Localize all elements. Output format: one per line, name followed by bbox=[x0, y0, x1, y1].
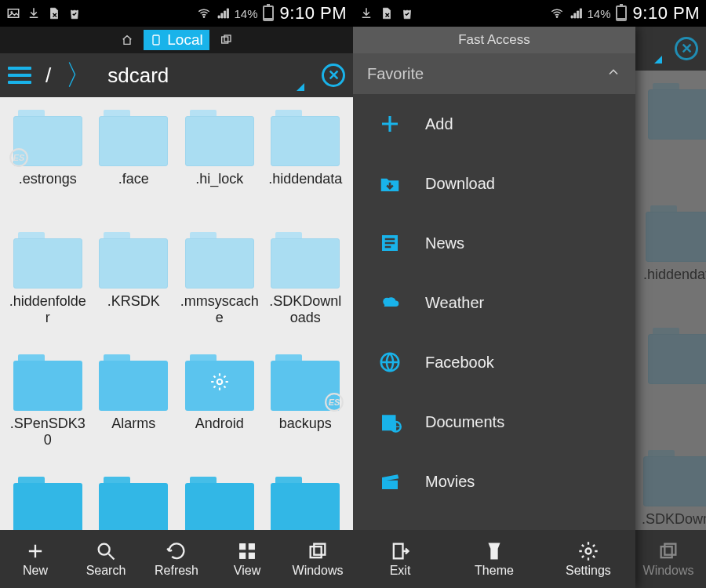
svg-rect-12 bbox=[240, 544, 246, 550]
folder-item bbox=[648, 78, 706, 196]
fast-access-add[interactable]: Add bbox=[353, 94, 635, 154]
folder-item[interactable]: .mmsyscache bbox=[176, 227, 263, 345]
shopping-icon bbox=[400, 6, 414, 20]
menu-icon[interactable] bbox=[8, 67, 31, 84]
drawer-title: Fast Access bbox=[353, 27, 635, 53]
pane-right: 14% 9:10 PM ✕ .hiddendata.SDKDownloadsES… bbox=[353, 0, 706, 588]
signal-icon bbox=[216, 6, 230, 20]
signal-icon bbox=[569, 6, 583, 20]
exit-button[interactable]: Exit bbox=[353, 530, 447, 588]
dropdown-icon[interactable] bbox=[297, 83, 304, 91]
globe-icon bbox=[377, 349, 403, 376]
svg-rect-17 bbox=[314, 544, 325, 555]
windows-button[interactable]: Windows bbox=[282, 530, 353, 588]
svg-point-8 bbox=[217, 379, 223, 385]
dropdown-icon bbox=[654, 56, 662, 64]
toolbar-label: Search bbox=[86, 564, 126, 578]
toolbar-label: Windows bbox=[293, 564, 344, 578]
svg-rect-28 bbox=[382, 481, 398, 489]
svg-text:ES: ES bbox=[329, 397, 340, 407]
folder-item[interactable]: ESbackups bbox=[263, 350, 349, 467]
image-icon bbox=[6, 6, 20, 20]
fast-access-download[interactable]: Download bbox=[353, 154, 635, 213]
folder-item[interactable] bbox=[263, 472, 349, 530]
folder-item[interactable]: .face bbox=[91, 105, 177, 223]
fast-access-label: Documents bbox=[425, 413, 504, 431]
windows-button: Windows bbox=[637, 530, 700, 588]
view-button[interactable]: View bbox=[212, 530, 282, 588]
folder-item[interactable]: .hiddenfolder bbox=[5, 227, 91, 345]
fast-access-news[interactable]: News bbox=[353, 213, 635, 273]
path-root[interactable]: / bbox=[45, 64, 51, 88]
folder-item[interactable] bbox=[176, 472, 263, 530]
folder-item[interactable]: .SPenSDK30 bbox=[5, 350, 91, 467]
battery-percent: 14% bbox=[235, 7, 258, 20]
chevron-right-icon: 〉 bbox=[65, 56, 93, 95]
settings-button[interactable]: Settings bbox=[541, 530, 635, 588]
battery-icon bbox=[616, 5, 627, 21]
fast-access-label: Weather bbox=[425, 294, 484, 312]
download-icon bbox=[27, 6, 41, 20]
svg-point-11 bbox=[99, 544, 110, 555]
svg-rect-16 bbox=[311, 546, 322, 557]
battery-icon bbox=[263, 5, 274, 21]
folder-item[interactable]: .hiddendata bbox=[263, 105, 349, 223]
refresh-button[interactable]: Refresh bbox=[141, 530, 212, 588]
new-button[interactable]: New bbox=[0, 530, 71, 588]
folder-item[interactable]: .KRSDK bbox=[91, 227, 177, 345]
fast-access-weather[interactable]: Weather bbox=[353, 273, 635, 332]
close-icon: ✕ bbox=[675, 37, 698, 60]
theme-button[interactable]: Theme bbox=[447, 530, 541, 588]
status-bar: 14% 9:10 PM bbox=[353, 0, 706, 27]
folder-item[interactable] bbox=[5, 472, 91, 530]
folder-item[interactable]: ES.estrongs bbox=[5, 105, 91, 223]
weather-icon bbox=[377, 289, 403, 316]
toolbar-label: Exit bbox=[390, 564, 411, 578]
folder-item[interactable]: Alarms bbox=[91, 350, 177, 467]
folder-item[interactable]: .hi_lock bbox=[176, 105, 263, 223]
folder-label: Alarms bbox=[111, 416, 155, 432]
fast-access-label: Facebook bbox=[425, 354, 494, 372]
pane-left: 14% 9:10 PM Local / 〉 sdcard ✕ E bbox=[0, 0, 353, 588]
movies-icon bbox=[377, 468, 403, 495]
folder-item[interactable] bbox=[91, 472, 177, 530]
toolbar-label: Settings bbox=[566, 564, 611, 578]
home-icon[interactable] bbox=[118, 31, 136, 49]
folder-label: .face bbox=[118, 171, 149, 187]
fast-access-label: Download bbox=[425, 175, 495, 193]
svg-rect-13 bbox=[249, 544, 254, 550]
toolbar-label: Theme bbox=[475, 564, 514, 578]
close-icon[interactable]: ✕ bbox=[322, 64, 345, 87]
folder-item bbox=[648, 323, 706, 441]
svg-rect-15 bbox=[249, 553, 254, 558]
folder-label: .mmsyscache bbox=[180, 293, 259, 325]
folder-label: .hiddenfolder bbox=[9, 293, 87, 325]
svg-point-30 bbox=[585, 549, 591, 554]
es-badge-icon: ES bbox=[9, 147, 29, 168]
path-current[interactable]: sdcard bbox=[107, 64, 169, 88]
fast-access-movies[interactable]: Movies bbox=[353, 452, 635, 511]
folder-label: .hi_lock bbox=[195, 171, 243, 187]
fast-access-documents[interactable]: Documents bbox=[353, 392, 635, 452]
es-badge-icon: ES bbox=[324, 392, 344, 412]
windows-small-icon[interactable] bbox=[217, 31, 235, 49]
fast-access-facebook[interactable]: Facebook bbox=[353, 332, 635, 392]
folder-label: .estrongs bbox=[19, 171, 77, 187]
folder-item[interactable]: .SDKDownloads bbox=[263, 227, 349, 345]
favorite-section-header[interactable]: Favorite bbox=[353, 53, 635, 94]
toolbar-label: New bbox=[23, 564, 48, 578]
search-button[interactable]: Search bbox=[71, 530, 141, 588]
svg-rect-22 bbox=[664, 544, 675, 555]
svg-rect-14 bbox=[240, 553, 246, 558]
folder-label: .SDKDownloads bbox=[266, 293, 344, 325]
download-icon bbox=[377, 170, 403, 197]
status-clock: 9:10 PM bbox=[280, 3, 347, 24]
folder-label: .hiddendata bbox=[268, 171, 342, 187]
local-tab[interactable]: Local bbox=[144, 30, 209, 50]
folder-item[interactable]: Android bbox=[176, 350, 263, 467]
shopping-icon bbox=[67, 6, 82, 20]
gear-icon bbox=[209, 372, 230, 392]
svg-rect-29 bbox=[394, 544, 403, 559]
documents-icon bbox=[377, 408, 403, 435]
fast-access-label: Add bbox=[425, 115, 453, 133]
